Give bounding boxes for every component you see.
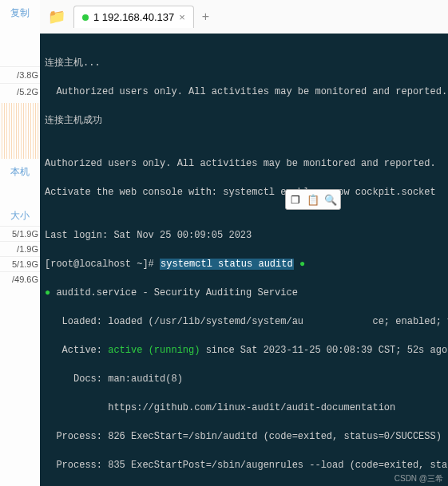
search-icon[interactable]: 🔍 bbox=[323, 192, 339, 207]
term-line: 连接主机成功 bbox=[45, 113, 443, 128]
terminal[interactable]: 连接主机... Authorized users only. All activ… bbox=[40, 34, 448, 486]
row-item: /3.8G bbox=[0, 66, 40, 83]
service-line: ● auditd.service - Security Auditing Ser… bbox=[45, 286, 443, 300]
folder-icon[interactable]: 📁 bbox=[40, 8, 73, 26]
trailing-dot: ● bbox=[299, 259, 305, 270]
docs-line: https://github.com/linux-audit/audit-doc… bbox=[45, 401, 443, 415]
size-rows: 5/1.9G /1.9G 5/1.9G /49.6G bbox=[0, 226, 40, 286]
bullet-icon: ● bbox=[45, 287, 50, 298]
loaded-line: Loaded: loaded (/usr/lib/systemd/system/… bbox=[45, 314, 443, 329]
term-line: Activate the web console with: systemctl… bbox=[45, 185, 443, 200]
term-line: Authorized users only. All activities ma… bbox=[45, 156, 443, 171]
size-item: /49.6G bbox=[0, 271, 40, 286]
status-dot-icon bbox=[82, 14, 89, 21]
active-suffix: since Sat 2023-11-25 00:08:39 CST; 52s a… bbox=[200, 345, 447, 356]
active-line: Active: active (running) since Sat 2023-… bbox=[45, 343, 443, 358]
docs-line: Docs: man:auditd(8) bbox=[45, 372, 443, 386]
active-status: active (running) bbox=[108, 345, 200, 356]
term-line: 连接主机... bbox=[45, 56, 443, 70]
process-line: Process: 826 ExecStart=/sbin/auditd (cod… bbox=[45, 429, 443, 444]
size-item: /1.9G bbox=[0, 241, 40, 256]
mini-chart bbox=[2, 103, 38, 159]
add-tab-icon[interactable]: + bbox=[194, 10, 217, 24]
active-prefix: Active: bbox=[45, 345, 108, 356]
watermark: CSDN @三希 bbox=[394, 473, 443, 484]
close-icon[interactable]: × bbox=[179, 11, 185, 23]
local-label[interactable]: 本机 bbox=[0, 162, 40, 182]
session-tab[interactable]: 1 192.168.40.137 × bbox=[73, 6, 194, 28]
prompt: [root@localhost ~]# bbox=[45, 259, 154, 270]
paste-icon[interactable]: 📋 bbox=[305, 192, 321, 207]
size-item: 5/1.9G bbox=[0, 226, 40, 241]
floating-toolbox[interactable]: ❐ 📋 🔍 bbox=[285, 189, 341, 210]
prompt-line: [root@localhost ~]# systemctl status aud… bbox=[45, 257, 443, 271]
service-text: auditd.service - Security Auditing Servi… bbox=[56, 287, 297, 298]
term-line: Authorized users only. All activities ma… bbox=[45, 85, 443, 99]
size-item: 5/1.9G bbox=[0, 256, 40, 271]
process-line: Process: 835 ExecStartPost=/sbin/augenru… bbox=[45, 458, 443, 472]
sidebar-rows: /3.8G /5.2G bbox=[0, 26, 40, 100]
copy-icon[interactable]: ❐ bbox=[287, 192, 303, 207]
tab-title: 1 192.168.40.137 bbox=[93, 11, 174, 23]
command-text: systemctl status auditd bbox=[160, 259, 294, 270]
size-header: 大小 bbox=[0, 206, 40, 226]
copy-label[interactable]: 复制 bbox=[0, 0, 40, 26]
tab-bar: 📁 1 192.168.40.137 × + bbox=[40, 0, 448, 34]
sidebar: 复制 /3.8G /5.2G 本机 大小 5/1.9G /1.9G 5/1.9G… bbox=[0, 0, 41, 486]
term-line: Last login: Sat Nov 25 00:09:05 2023 bbox=[45, 228, 443, 243]
row-item: /5.2G bbox=[0, 83, 40, 100]
